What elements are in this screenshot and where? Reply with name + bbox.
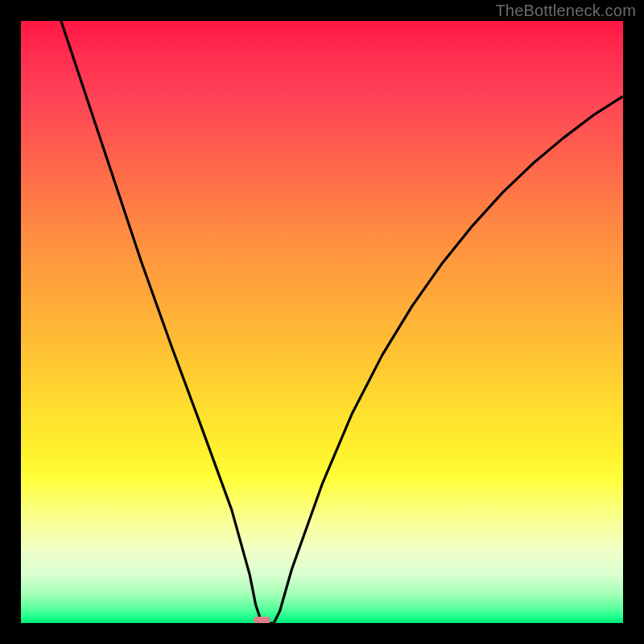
plot-area: [21, 21, 623, 623]
optimal-marker: [254, 617, 270, 623]
bottleneck-curve: [21, 21, 623, 623]
chart-frame: TheBottleneck.com: [0, 0, 644, 644]
curve-layer: [21, 21, 623, 623]
watermark-text: TheBottleneck.com: [495, 2, 636, 20]
